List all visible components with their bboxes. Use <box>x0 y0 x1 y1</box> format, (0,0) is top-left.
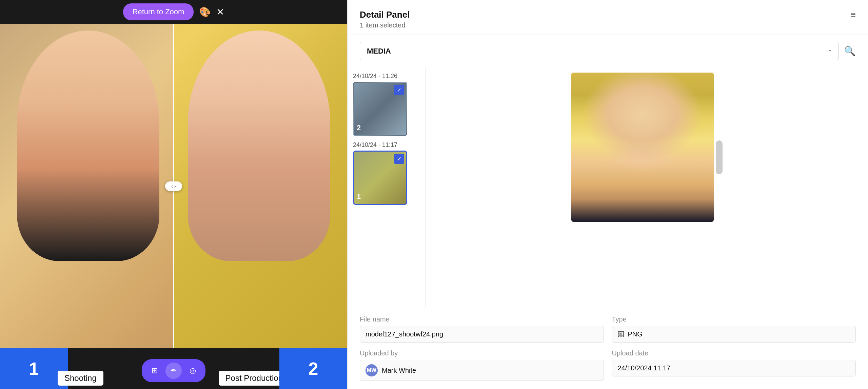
file-info-row-1: File name model127_shootwf24.png Type 🖼 … <box>360 315 856 343</box>
palette-icon: 🎨 <box>199 7 211 17</box>
type-group: Type 🖼 PNG <box>612 315 856 343</box>
file-name-value: model127_shootwf24.png <box>360 326 604 343</box>
uploader-name: Mark White <box>382 367 416 374</box>
right-panel: Detail Panel 1 item selected ≡ MEDIA 🔍 2… <box>347 0 868 389</box>
media-content: 24/10/24 - 11:26 ✓ 2 24/10/24 - 11:17 ✓ … <box>348 67 868 307</box>
search-icon: 🔍 <box>844 46 856 56</box>
thumbnail-item-2[interactable]: ✓ 1 <box>353 151 407 205</box>
left-arrow-icon: ‹ <box>171 183 173 189</box>
media-dropdown-row: MEDIA 🔍 <box>348 35 868 67</box>
person-silhouette-left <box>17 31 159 261</box>
add-tool-button[interactable]: ⊞ <box>146 363 163 379</box>
image-compare: ‹ › <box>0 24 347 348</box>
right-number: 2 <box>309 358 318 379</box>
pen-icon: ✒ <box>171 366 177 375</box>
thumb-group-2: 24/10/24 - 11:17 ✓ 1 <box>353 141 420 205</box>
thumb-group-1: 24/10/24 - 11:26 ✓ 2 <box>353 73 420 136</box>
avatar: MW <box>366 364 378 376</box>
upload-date-group: Upload date 24/10/2024 11:17 <box>612 349 856 381</box>
type-label: Type <box>612 315 856 323</box>
divider-handle[interactable]: ‹ › <box>165 181 182 191</box>
thumb-timestamp-2: 24/10/24 - 11:17 <box>353 141 420 149</box>
upload-date-value: 24/10/2024 11:17 <box>612 360 856 376</box>
type-value: 🖼 PNG <box>612 326 856 343</box>
doc-icon-button[interactable]: ≡ <box>851 9 856 20</box>
shooting-label: Shooting <box>58 371 103 386</box>
uploader-row: Uploaded by MW Mark White Upload date 24… <box>360 349 856 381</box>
detail-panel-title: Detail Panel <box>360 9 410 20</box>
scroll-indicator[interactable] <box>716 140 723 174</box>
bottom-bar: 1 Shooting ⊞ ✒ ◎ Post Production 2 <box>0 348 347 389</box>
pen-tool-button[interactable]: ✒ <box>165 363 182 379</box>
detail-header: Detail Panel 1 item selected ≡ <box>348 0 868 35</box>
file-name-label: File name <box>360 315 604 323</box>
close-icon: ✕ <box>216 7 224 17</box>
thumb-timestamp-1: 24/10/24 - 11:26 <box>353 73 420 80</box>
file-name-group: File name model127_shootwf24.png <box>360 315 604 343</box>
thumb-num-2: 1 <box>357 192 361 201</box>
media-preview <box>426 67 868 307</box>
add-icon: ⊞ <box>152 366 158 375</box>
top-bar: Return to Zoom 🎨 ✕ <box>0 0 347 24</box>
uploaded-by-group: Uploaded by MW Mark White <box>360 349 604 381</box>
uploaded-by-label: Uploaded by <box>360 349 604 357</box>
target-icon: ◎ <box>190 366 196 375</box>
return-to-zoom-button[interactable]: Return to Zoom <box>123 3 194 20</box>
thumbnail-item-1[interactable]: ✓ 2 <box>353 82 407 136</box>
thumb-check-2: ✓ <box>394 154 404 164</box>
bottom-tools: ⊞ ✒ ◎ <box>142 359 205 382</box>
left-number: 1 <box>29 358 39 379</box>
post-production-label: Post Production <box>219 371 290 386</box>
left-panel: Return to Zoom 🎨 ✕ ‹ › 1 Shooting ⊞ <box>0 0 347 389</box>
file-info: File name model127_shootwf24.png Type 🖼 … <box>348 307 868 389</box>
preview-face <box>571 73 714 222</box>
thumb-num-1: 2 <box>357 123 361 132</box>
detail-panel-subtitle: 1 item selected <box>360 21 410 29</box>
right-arrow-icon: › <box>174 183 176 189</box>
media-thumbnails: 24/10/24 - 11:26 ✓ 2 24/10/24 - 11:17 ✓ … <box>348 67 426 307</box>
media-dropdown[interactable]: MEDIA <box>360 42 839 60</box>
palette-button[interactable]: 🎨 <box>199 6 211 18</box>
search-button[interactable]: 🔍 <box>844 45 856 57</box>
target-tool-button[interactable]: ◎ <box>184 363 201 379</box>
right-label-panel: 2 <box>279 348 347 389</box>
image-file-icon: 🖼 <box>618 330 625 338</box>
close-button[interactable]: ✕ <box>216 6 224 18</box>
upload-date-label: Upload date <box>612 349 856 357</box>
doc-icon: ≡ <box>851 9 856 20</box>
type-text: PNG <box>628 330 643 338</box>
detail-title-group: Detail Panel 1 item selected <box>360 9 410 29</box>
thumb-check-1: ✓ <box>394 85 404 95</box>
person-silhouette-right <box>188 31 330 261</box>
preview-image <box>571 73 714 222</box>
uploaded-by-value: MW Mark White <box>360 360 604 381</box>
